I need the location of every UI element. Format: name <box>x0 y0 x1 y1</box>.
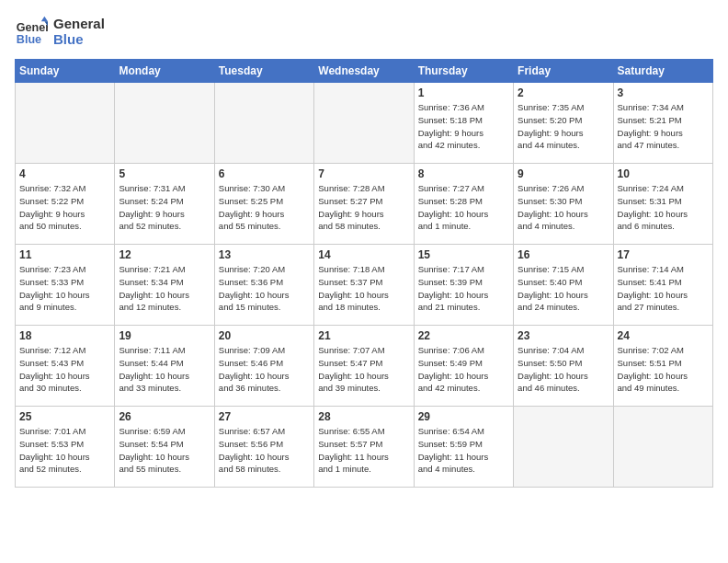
calendar-cell: 11Sunrise: 7:23 AMSunset: 5:33 PMDayligh… <box>16 245 115 326</box>
calendar-cell: 2Sunrise: 7:35 AMSunset: 5:20 PMDaylight… <box>514 83 613 164</box>
svg-marker-2 <box>41 17 48 21</box>
calendar-cell: 10Sunrise: 7:24 AMSunset: 5:31 PMDayligh… <box>613 164 712 245</box>
day-detail: Sunrise: 7:20 AMSunset: 5:36 PMDaylight:… <box>219 263 310 314</box>
day-detail: Sunrise: 7:04 AMSunset: 5:50 PMDaylight:… <box>518 344 609 395</box>
calendar-cell: 5Sunrise: 7:31 AMSunset: 5:24 PMDaylight… <box>115 164 214 245</box>
day-detail: Sunrise: 7:23 AMSunset: 5:33 PMDaylight:… <box>19 263 110 314</box>
day-detail: Sunrise: 7:07 AMSunset: 5:47 PMDaylight:… <box>318 344 409 395</box>
day-number: 3 <box>618 86 709 99</box>
calendar-cell: 23Sunrise: 7:04 AMSunset: 5:50 PMDayligh… <box>514 326 613 407</box>
calendar-cell: 27Sunrise: 6:57 AMSunset: 5:56 PMDayligh… <box>214 407 313 488</box>
day-number: 26 <box>119 410 210 423</box>
day-detail: Sunrise: 7:24 AMSunset: 5:31 PMDaylight:… <box>618 182 709 233</box>
day-number: 11 <box>19 248 110 261</box>
day-number: 28 <box>318 410 409 423</box>
calendar-cell <box>16 83 115 164</box>
day-number: 13 <box>219 248 310 261</box>
calendar-cell: 25Sunrise: 7:01 AMSunset: 5:53 PMDayligh… <box>16 407 115 488</box>
day-detail: Sunrise: 7:30 AMSunset: 5:25 PMDaylight:… <box>219 182 310 233</box>
logo-line2: Blue <box>53 31 105 47</box>
day-detail: Sunrise: 7:17 AMSunset: 5:39 PMDaylight:… <box>418 263 509 314</box>
day-detail: Sunrise: 7:35 AMSunset: 5:20 PMDaylight:… <box>518 101 609 152</box>
calendar-cell: 19Sunrise: 7:11 AMSunset: 5:44 PMDayligh… <box>115 326 214 407</box>
calendar-cell: 4Sunrise: 7:32 AMSunset: 5:22 PMDaylight… <box>16 164 115 245</box>
calendar-cell: 24Sunrise: 7:02 AMSunset: 5:51 PMDayligh… <box>613 326 712 407</box>
calendar-cell <box>314 83 414 164</box>
weekday-header-saturday: Saturday <box>613 60 712 83</box>
svg-text:Blue: Blue <box>17 33 41 46</box>
calendar-cell: 29Sunrise: 6:54 AMSunset: 5:59 PMDayligh… <box>414 407 513 488</box>
calendar-cell: 3Sunrise: 7:34 AMSunset: 5:21 PMDaylight… <box>613 83 712 164</box>
day-number: 27 <box>219 410 310 423</box>
calendar-cell: 22Sunrise: 7:06 AMSunset: 5:49 PMDayligh… <box>414 326 513 407</box>
day-detail: Sunrise: 7:31 AMSunset: 5:24 PMDaylight:… <box>119 182 210 233</box>
logo-icon: General Blue <box>15 15 48 48</box>
weekday-header-sunday: Sunday <box>16 60 115 83</box>
calendar-table: SundayMondayTuesdayWednesdayThursdayFrid… <box>15 59 713 488</box>
day-detail: Sunrise: 7:11 AMSunset: 5:44 PMDaylight:… <box>119 344 210 395</box>
calendar-cell <box>214 83 313 164</box>
day-detail: Sunrise: 6:55 AMSunset: 5:57 PMDaylight:… <box>318 425 409 476</box>
day-number: 5 <box>119 167 210 180</box>
day-number: 10 <box>618 167 709 180</box>
day-number: 19 <box>119 329 210 342</box>
day-detail: Sunrise: 7:28 AMSunset: 5:27 PMDaylight:… <box>318 182 409 233</box>
day-number: 22 <box>418 329 509 342</box>
weekday-header-friday: Friday <box>514 60 613 83</box>
day-number: 23 <box>518 329 609 342</box>
calendar-cell: 18Sunrise: 7:12 AMSunset: 5:43 PMDayligh… <box>16 326 115 407</box>
day-detail: Sunrise: 7:32 AMSunset: 5:22 PMDaylight:… <box>19 182 110 233</box>
calendar-cell: 26Sunrise: 6:59 AMSunset: 5:54 PMDayligh… <box>115 407 214 488</box>
day-detail: Sunrise: 6:57 AMSunset: 5:56 PMDaylight:… <box>219 425 310 476</box>
day-detail: Sunrise: 7:14 AMSunset: 5:41 PMDaylight:… <box>618 263 709 314</box>
page-header: General Blue General Blue <box>15 15 713 48</box>
day-detail: Sunrise: 7:36 AMSunset: 5:18 PMDaylight:… <box>418 101 509 152</box>
calendar-cell: 28Sunrise: 6:55 AMSunset: 5:57 PMDayligh… <box>314 407 414 488</box>
day-number: 29 <box>418 410 509 423</box>
logo: General Blue General Blue <box>15 15 105 48</box>
calendar-cell <box>115 83 214 164</box>
weekday-header-tuesday: Tuesday <box>214 60 313 83</box>
day-detail: Sunrise: 7:06 AMSunset: 5:49 PMDaylight:… <box>418 344 509 395</box>
day-detail: Sunrise: 7:18 AMSunset: 5:37 PMDaylight:… <box>318 263 409 314</box>
day-detail: Sunrise: 7:02 AMSunset: 5:51 PMDaylight:… <box>618 344 709 395</box>
day-detail: Sunrise: 7:09 AMSunset: 5:46 PMDaylight:… <box>219 344 310 395</box>
logo-line1: General <box>53 16 105 31</box>
calendar-cell: 20Sunrise: 7:09 AMSunset: 5:46 PMDayligh… <box>214 326 313 407</box>
calendar-cell: 7Sunrise: 7:28 AMSunset: 5:27 PMDaylight… <box>314 164 414 245</box>
day-number: 18 <box>19 329 110 342</box>
day-number: 17 <box>618 248 709 261</box>
day-number: 14 <box>318 248 409 261</box>
weekday-header-thursday: Thursday <box>414 60 513 83</box>
calendar-cell: 6Sunrise: 7:30 AMSunset: 5:25 PMDaylight… <box>214 164 313 245</box>
day-number: 25 <box>19 410 110 423</box>
day-number: 9 <box>518 167 609 180</box>
day-number: 16 <box>518 248 609 261</box>
calendar-cell: 21Sunrise: 7:07 AMSunset: 5:47 PMDayligh… <box>314 326 414 407</box>
day-number: 4 <box>19 167 110 180</box>
calendar-cell: 17Sunrise: 7:14 AMSunset: 5:41 PMDayligh… <box>613 245 712 326</box>
day-detail: Sunrise: 7:21 AMSunset: 5:34 PMDaylight:… <box>119 263 210 314</box>
calendar-cell: 14Sunrise: 7:18 AMSunset: 5:37 PMDayligh… <box>314 245 414 326</box>
calendar-cell: 1Sunrise: 7:36 AMSunset: 5:18 PMDaylight… <box>414 83 513 164</box>
day-number: 20 <box>219 329 310 342</box>
weekday-header-monday: Monday <box>115 60 214 83</box>
calendar-cell <box>514 407 613 488</box>
day-number: 21 <box>318 329 409 342</box>
day-detail: Sunrise: 7:01 AMSunset: 5:53 PMDaylight:… <box>19 425 110 476</box>
day-detail: Sunrise: 7:34 AMSunset: 5:21 PMDaylight:… <box>618 101 709 152</box>
day-number: 12 <box>119 248 210 261</box>
day-number: 8 <box>418 167 509 180</box>
day-number: 15 <box>418 248 509 261</box>
day-number: 1 <box>418 86 509 99</box>
weekday-header-wednesday: Wednesday <box>314 60 414 83</box>
calendar-cell: 15Sunrise: 7:17 AMSunset: 5:39 PMDayligh… <box>414 245 513 326</box>
day-detail: Sunrise: 7:27 AMSunset: 5:28 PMDaylight:… <box>418 182 509 233</box>
day-number: 6 <box>219 167 310 180</box>
calendar-cell: 16Sunrise: 7:15 AMSunset: 5:40 PMDayligh… <box>514 245 613 326</box>
calendar-cell <box>613 407 712 488</box>
day-detail: Sunrise: 7:26 AMSunset: 5:30 PMDaylight:… <box>518 182 609 233</box>
calendar-cell: 12Sunrise: 7:21 AMSunset: 5:34 PMDayligh… <box>115 245 214 326</box>
calendar-cell: 13Sunrise: 7:20 AMSunset: 5:36 PMDayligh… <box>214 245 313 326</box>
day-detail: Sunrise: 6:54 AMSunset: 5:59 PMDaylight:… <box>418 425 509 476</box>
